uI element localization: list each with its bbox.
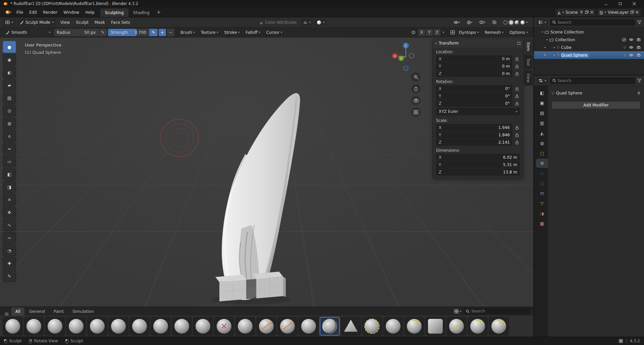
menu-item[interactable]: Help [82, 7, 97, 17]
camera-icon[interactable] [637, 54, 641, 57]
sidebar-tab[interactable]: View [524, 70, 533, 86]
workspace-tab[interactable]: Sculpting [100, 8, 128, 17]
add-brush-button[interactable] [159, 29, 166, 36]
scale-field[interactable]: X1.946 [436, 124, 513, 131]
viewlayer-name[interactable]: ViewLayer [608, 10, 629, 15]
sculpt-tool-button[interactable]: ∾ [3, 232, 16, 244]
pan-button[interactable] [411, 84, 421, 93]
lock-icon[interactable] [514, 126, 520, 130]
properties-tab[interactable]: ◭ [536, 129, 548, 138]
object-visibility-button[interactable] [450, 21, 463, 24]
strength-pressure-button[interactable]: ✎ [149, 29, 158, 36]
zoom-button[interactable] [411, 72, 421, 82]
chevron-down-icon[interactable] [605, 11, 606, 14]
brush-thumbnail[interactable] [129, 317, 150, 336]
brush-thumbnail[interactable] [446, 317, 467, 336]
shelf-tab[interactable]: Simulation [68, 307, 98, 316]
panel-menu-icon[interactable] [517, 42, 521, 45]
duplicate-icon[interactable] [630, 10, 634, 14]
solid-shading-button[interactable] [509, 20, 513, 24]
shelf-menu-button[interactable] [3, 313, 11, 316]
lock-icon[interactable] [514, 64, 520, 68]
sculpt-tool-button[interactable]: ▤ [3, 92, 16, 104]
menu-item[interactable]: Render [40, 7, 60, 17]
brush-thumbnail[interactable] [256, 317, 276, 336]
brush-thumbnail[interactable] [468, 317, 488, 336]
brush-thumbnail[interactable] [193, 317, 213, 336]
radius-slider[interactable]: Radius 50 px [54, 29, 98, 36]
tool-menu-item[interactable]: Texture [198, 30, 221, 35]
mirror-axis-toggle[interactable]: Y [426, 29, 433, 36]
dimension-field[interactable]: Z13.8 m [436, 168, 520, 176]
sculpt-tool-button[interactable]: ● [3, 41, 16, 53]
blender-menu-button[interactable] [2, 7, 13, 17]
properties-editor-type-button[interactable] [537, 77, 548, 84]
brush-thumbnail[interactable] [3, 317, 23, 336]
overlays-toggle[interactable] [476, 20, 488, 24]
brush-asset-menu[interactable] [301, 19, 313, 26]
eye-icon[interactable] [629, 38, 634, 41]
minimize-button[interactable] [599, 0, 613, 7]
header-menu-item[interactable]: Dyntopo [456, 30, 482, 35]
brush-thumbnail[interactable] [299, 317, 319, 336]
add-modifier-button[interactable]: Add Modifier [551, 101, 641, 109]
ortho-toggle-button[interactable] [411, 108, 421, 117]
shelf-tab[interactable]: All [11, 307, 24, 316]
sculpt-tool-button[interactable]: ◎ [3, 105, 16, 117]
header-menu-item[interactable]: Options [506, 30, 531, 35]
properties-tab[interactable]: ⚙ [536, 159, 548, 168]
expand-icon[interactable] [554, 46, 555, 49]
duplicate-icon[interactable] [585, 10, 589, 14]
rotation-field[interactable]: Z0° [436, 100, 513, 107]
menu-item[interactable]: Mask [92, 20, 108, 25]
add-workspace-button[interactable] [154, 7, 163, 17]
pin-icon[interactable] [580, 10, 583, 14]
brush-thumbnail[interactable] [235, 317, 255, 336]
rotation-field[interactable]: Y0° [436, 92, 513, 99]
outliner-row-scene-collection[interactable]: Scene Collection [534, 28, 644, 36]
brush-thumbnail[interactable] [87, 317, 107, 336]
brush-thumbnail[interactable] [341, 317, 361, 336]
brush-thumbnail[interactable] [24, 317, 44, 336]
sculpt-tool-button[interactable]: ▭ [3, 155, 16, 167]
sidebar-tab[interactable]: Tool [524, 55, 533, 69]
mirror-axis-toggle[interactable]: X [418, 29, 425, 36]
navigation-gizmo[interactable]: Z X Y [391, 42, 422, 72]
camera-icon[interactable] [637, 46, 641, 49]
brush-thumbnail[interactable] [277, 317, 298, 336]
sculpt-tool-button[interactable]: ◨ [3, 181, 16, 193]
wireframe-shading-button[interactable] [503, 20, 507, 24]
chevron-down-icon[interactable] [443, 31, 444, 34]
expand-icon[interactable] [542, 30, 543, 33]
brush-thumbnail[interactable] [172, 317, 192, 336]
sculpt-tool-button[interactable]: ✎ [3, 270, 16, 282]
3d-viewport[interactable]: ● ◉ ◐ ▰ ▤ ◎ ◍ ∧ [0, 38, 533, 306]
maximize-button[interactable] [613, 0, 627, 7]
chevron-down-icon[interactable] [562, 11, 564, 14]
brush-thumbnail[interactable] [66, 317, 86, 336]
sculpt-tool-button[interactable]: ◉ [3, 54, 16, 66]
lock-icon[interactable] [514, 140, 520, 144]
header-menu-item[interactable]: Remesh [482, 30, 506, 35]
shelf-tab[interactable]: Paint [50, 307, 68, 316]
properties-search[interactable] [550, 77, 635, 84]
xray-toggle[interactable] [489, 20, 499, 24]
outliner-row-collection[interactable]: Collection [534, 36, 644, 44]
menu-item[interactable]: Sculpt [73, 20, 92, 25]
tool-menu-item[interactable]: Falloff [243, 30, 263, 35]
sculpt-tool-button[interactable]: ◍ [3, 117, 16, 129]
menu-item[interactable]: View [57, 20, 73, 25]
camera-icon[interactable] [637, 38, 641, 41]
shelf-search[interactable] [464, 308, 531, 315]
tool-menu-item[interactable]: Stroke [221, 30, 243, 35]
properties-tab[interactable]: ▣ [536, 98, 548, 108]
scene-name[interactable]: Scene [566, 10, 578, 15]
rotation-mode-dropdown[interactable]: XYZ Euler [436, 108, 520, 115]
scale-field[interactable]: Z2.141 [436, 139, 513, 146]
checkbox-icon[interactable] [622, 38, 626, 42]
sculpt-tool-button[interactable]: ◧ [3, 168, 16, 180]
filter-icon[interactable] [637, 20, 641, 24]
editor-type-button[interactable] [3, 19, 16, 26]
pin-icon[interactable] [637, 91, 641, 95]
menu-item[interactable]: Face Sets [108, 20, 133, 25]
